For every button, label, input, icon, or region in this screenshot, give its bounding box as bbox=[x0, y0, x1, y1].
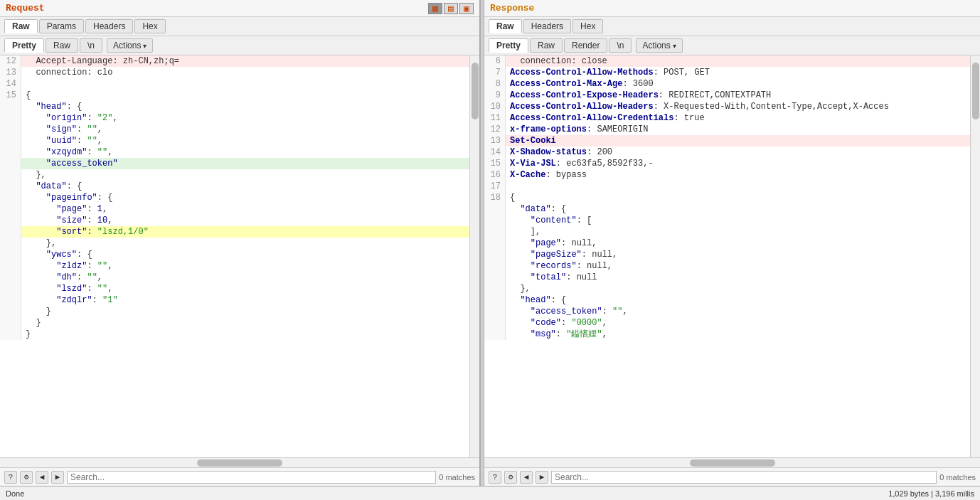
response-search-prev-button[interactable]: ◀ bbox=[520, 471, 533, 484]
table-row: "size": 10, bbox=[0, 215, 469, 226]
table-row: } bbox=[0, 317, 469, 329]
table-row: 17 bbox=[484, 181, 970, 192]
table-row: "zldz": "", bbox=[0, 260, 469, 272]
request-hscroll-thumb[interactable] bbox=[197, 459, 282, 467]
request-horizontal-scrollbar[interactable] bbox=[0, 457, 479, 467]
request-search-next-button[interactable]: ▶ bbox=[51, 471, 64, 484]
table-row: "pageinfo": { bbox=[0, 192, 469, 203]
response-vscroll-thumb[interactable] bbox=[972, 63, 979, 119]
response-hscroll-thumb[interactable] bbox=[690, 459, 775, 467]
table-row: "data": { bbox=[0, 181, 469, 192]
table-row: "total": null bbox=[484, 272, 970, 283]
tab-request-params[interactable]: Params bbox=[39, 19, 84, 33]
sub-tab-response-raw[interactable]: Raw bbox=[530, 38, 563, 53]
response-sub-tab-bar: Pretty Raw Render \n Actions ▾ bbox=[484, 36, 980, 55]
table-row: 6 connection: close bbox=[484, 55, 970, 67]
response-actions-label: Actions bbox=[642, 41, 670, 50]
table-row: "lszd": "", bbox=[0, 283, 469, 294]
sub-tab-request-raw[interactable]: Raw bbox=[46, 38, 78, 53]
response-search-next-button[interactable]: ▶ bbox=[536, 471, 548, 484]
table-row: "xzqydm": "", bbox=[0, 147, 469, 158]
request-code-wrapper: 12 Accept-Language: zh-CN,zh;q= 13 conne… bbox=[0, 55, 479, 457]
table-row: "uuid": "", bbox=[0, 135, 469, 147]
request-search-bar: ? ⚙ ◀ ▶ 0 matches bbox=[0, 467, 479, 486]
tab-response-hex[interactable]: Hex bbox=[572, 19, 603, 33]
response-code-wrapper: 6 connection: close 7 Access-Control-All… bbox=[484, 55, 980, 457]
response-vertical-scrollbar[interactable] bbox=[970, 55, 980, 457]
table-row: 15 { bbox=[0, 90, 469, 101]
table-row: "page": null, bbox=[484, 238, 970, 249]
view-btn-2[interactable]: ▤ bbox=[444, 3, 458, 14]
tab-response-raw[interactable]: Raw bbox=[489, 19, 522, 33]
view-btn-1[interactable]: ▦ bbox=[428, 3, 442, 14]
response-search-input[interactable] bbox=[551, 471, 937, 484]
response-panel: Response Raw Headers Hex Pretty Raw Rend… bbox=[484, 0, 980, 486]
table-row: "content": [ bbox=[484, 215, 970, 226]
table-row: "origin": "2", bbox=[0, 112, 469, 124]
table-row: "data": { bbox=[484, 203, 970, 215]
request-actions-chevron-icon: ▾ bbox=[143, 42, 147, 50]
response-title: Response bbox=[490, 3, 534, 14]
tab-response-headers[interactable]: Headers bbox=[523, 19, 571, 33]
table-row: "access_token": "", bbox=[484, 306, 970, 317]
sub-tab-response-newline[interactable]: \n bbox=[609, 38, 632, 53]
table-row: "head": { bbox=[0, 101, 469, 112]
response-panel-header: Response bbox=[484, 0, 980, 17]
response-actions-chevron-icon: ▾ bbox=[673, 42, 676, 50]
sub-tab-request-newline[interactable]: \n bbox=[80, 38, 102, 53]
tab-request-headers[interactable]: Headers bbox=[85, 19, 133, 33]
status-left: Done bbox=[6, 489, 24, 498]
status-bar: Done 1,029 bytes | 3,196 millis bbox=[0, 486, 980, 500]
sub-tab-response-pretty[interactable]: Pretty bbox=[489, 38, 528, 53]
status-right: 1,029 bytes | 3,196 millis bbox=[888, 489, 974, 498]
response-settings-button[interactable]: ⚙ bbox=[504, 471, 517, 484]
table-row: "sign": "", bbox=[0, 124, 469, 135]
response-search-bar: ? ⚙ ◀ ▶ 0 matches bbox=[484, 467, 980, 486]
response-help-button[interactable]: ? bbox=[489, 471, 501, 484]
request-settings-button[interactable]: ⚙ bbox=[20, 471, 33, 484]
response-tab-bar: Raw Headers Hex bbox=[484, 17, 980, 36]
table-row: 18 { bbox=[484, 192, 970, 203]
table-row: 11 Access-Control-Allow-Credentials: tru… bbox=[484, 112, 970, 124]
request-code-area[interactable]: 12 Accept-Language: zh-CN,zh;q= 13 conne… bbox=[0, 55, 469, 457]
table-row: "head": { bbox=[484, 294, 970, 306]
tab-request-raw[interactable]: Raw bbox=[4, 19, 38, 33]
response-code-area[interactable]: 6 connection: close 7 Access-Control-All… bbox=[484, 55, 970, 457]
response-match-count: 0 matches bbox=[939, 473, 976, 482]
view-btn-3[interactable]: ▣ bbox=[459, 3, 474, 14]
response-horizontal-scrollbar[interactable] bbox=[484, 457, 980, 467]
table-row: 13 Set-Cooki bbox=[484, 135, 970, 147]
table-row: "page": 1, bbox=[0, 203, 469, 215]
request-match-count: 0 matches bbox=[439, 473, 475, 482]
request-actions-button[interactable]: Actions ▾ bbox=[107, 38, 153, 53]
table-row: "ywcs": { bbox=[0, 249, 469, 260]
request-actions-label: Actions bbox=[113, 41, 141, 50]
request-vertical-scrollbar[interactable] bbox=[469, 55, 479, 457]
table-row: "zdqlr": "1" bbox=[0, 294, 469, 306]
table-row: 12 Accept-Language: zh-CN,zh;q= bbox=[0, 55, 469, 67]
request-search-input[interactable] bbox=[67, 471, 436, 484]
table-row: "code": "0000", bbox=[484, 317, 970, 329]
table-row: }, bbox=[0, 169, 469, 181]
table-row: "pageSize": null, bbox=[484, 249, 970, 260]
request-panel: Request ▦ ▤ ▣ Raw Params Headers Hex Pre… bbox=[0, 0, 480, 486]
request-search-prev-button[interactable]: ◀ bbox=[36, 471, 48, 484]
sub-tab-response-render[interactable]: Render bbox=[564, 38, 607, 53]
table-row: 15 X-Via-JSL: ec63fa5,8592f33,- bbox=[484, 158, 970, 169]
table-row: } bbox=[0, 306, 469, 317]
request-help-button[interactable]: ? bbox=[4, 471, 17, 484]
request-panel-header: Request ▦ ▤ ▣ bbox=[0, 0, 479, 17]
request-sub-tab-bar: Pretty Raw \n Actions ▾ bbox=[0, 36, 479, 55]
table-row: "sort": "lszd,1/0" bbox=[0, 226, 469, 238]
table-row: 16 X-Cache: bypass bbox=[484, 169, 970, 181]
table-row: 9 Access-Control-Expose-Headers: REDIREC… bbox=[484, 90, 970, 101]
table-row: "access_token" bbox=[0, 158, 469, 169]
response-actions-button[interactable]: Actions ▾ bbox=[636, 38, 682, 53]
table-row: }, bbox=[0, 238, 469, 249]
table-row: 14 bbox=[0, 78, 469, 90]
request-vscroll-thumb[interactable] bbox=[472, 63, 479, 119]
tab-request-hex[interactable]: Hex bbox=[134, 19, 165, 33]
request-tab-bar: Raw Params Headers Hex bbox=[0, 17, 479, 36]
table-row: }, bbox=[484, 283, 970, 294]
sub-tab-request-pretty[interactable]: Pretty bbox=[4, 38, 44, 53]
